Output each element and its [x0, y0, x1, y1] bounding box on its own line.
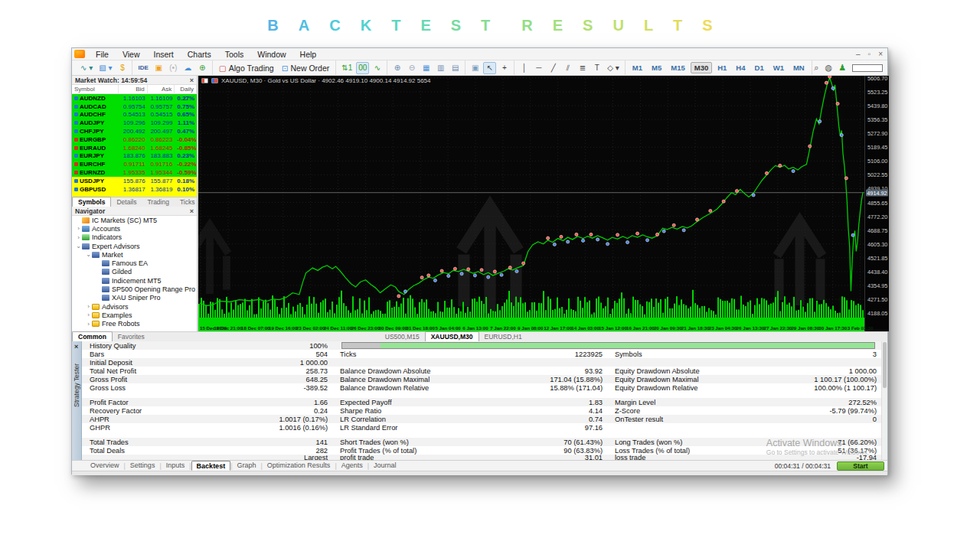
minimize-button[interactable]: – [856, 50, 861, 58]
timeframe-m30[interactable]: M30 [691, 62, 712, 73]
channel-icon[interactable]: ⫽ [561, 62, 574, 74]
menu-item-tools[interactable]: Tools [218, 48, 251, 60]
tile-windows-icon[interactable]: ▦ [420, 62, 433, 74]
market-watch-row[interactable]: USDJPY155.876155.8770.18% [72, 177, 197, 185]
crosshair-icon[interactable]: + [498, 62, 511, 74]
bar-chart-icon[interactable]: 00 [356, 62, 369, 74]
zoom-out-icon[interactable]: ⊖ [405, 62, 418, 74]
menu-item-insert[interactable]: Insert [147, 48, 181, 60]
market-watch-tab-trading[interactable]: Trading [142, 197, 175, 207]
fibonacci-icon[interactable]: ≣ [576, 62, 589, 74]
market-watch-row[interactable]: AUDCHF0.545130.545150.65% [72, 111, 197, 119]
start-button[interactable]: Start [837, 461, 884, 471]
lock-icon[interactable]: ▣ [152, 62, 165, 74]
market-watch-row[interactable]: AUDNZD1.161031.161090.27% [72, 94, 197, 103]
navigator-item[interactable]: Famous EA [72, 259, 197, 267]
new-chart-dropdown[interactable]: ▧ ▾ [96, 62, 114, 74]
menu-item-window[interactable]: Window [250, 48, 292, 60]
tester-scrollbar[interactable] [881, 341, 887, 460]
navigator-item[interactable]: ⌄Expert Advisors [72, 242, 197, 250]
vertical-line-icon[interactable]: │ [518, 62, 531, 74]
quotes-chart-dropdown[interactable]: ∿ ▾ [78, 62, 95, 74]
restore-button[interactable]: ▫ [868, 50, 871, 58]
navigator-item[interactable]: ›Accounts [72, 224, 197, 233]
navigator-item[interactable]: XAU Sniper Pro [72, 294, 197, 302]
market-watch-row[interactable]: AUDJPY109.296109.2991.11% [72, 119, 197, 127]
column-header-ask[interactable]: Ask [148, 85, 175, 94]
market-watch-row[interactable]: EURNZD1.953351.95344-0.59% [72, 168, 197, 177]
market-watch-tab-details[interactable]: Details [111, 197, 142, 207]
column-header-dailyc[interactable]: Daily C... [175, 85, 197, 94]
text-tool-icon[interactable]: T [590, 62, 603, 74]
community-icon[interactable]: ◍ [825, 63, 833, 73]
tick-chart-icon[interactable]: ⇅1 [339, 62, 354, 74]
navigator-item[interactable]: ›Indicators [72, 233, 197, 242]
menu-item-file[interactable]: File [89, 48, 116, 60]
arrange-horizontal-icon[interactable]: ▤ [449, 62, 462, 74]
menu-item-charts[interactable]: Charts [181, 48, 218, 60]
search-icon[interactable]: ⌕ [814, 63, 818, 73]
line-chart-icon[interactable]: ∿ [371, 62, 384, 74]
tester-tab-optimizationresults[interactable]: Optimization Results [263, 461, 335, 471]
column-header-symbol[interactable]: Symbol [72, 85, 119, 94]
chart-tab-us500m15[interactable]: US500,M15 [380, 332, 425, 341]
tester-tab-settings[interactable]: Settings [126, 461, 160, 471]
chart-canvas[interactable]: YOFOREX [198, 76, 864, 331]
strategy-tester-strip[interactable]: × Strategy Tester [72, 341, 82, 460]
market-watch-row[interactable]: EURJPY183.876183.8830.23% [72, 152, 197, 161]
chart-tab-xauusdm30[interactable]: XAUUSD,M30 [425, 331, 479, 341]
navigator-item[interactable]: ›Free Robots [72, 320, 197, 328]
menu-item-help[interactable]: Help [293, 48, 324, 60]
navigator-item[interactable]: ›Advisors [72, 302, 197, 311]
tester-close-icon[interactable]: × [74, 343, 78, 350]
timeframe-d1[interactable]: D1 [751, 62, 768, 73]
timeframe-h4[interactable]: H4 [732, 62, 749, 73]
navigator-close-icon[interactable]: × [190, 207, 194, 215]
navigator-item[interactable]: ⌄Market [72, 250, 197, 259]
cursor-icon[interactable]: ↖ [483, 62, 496, 74]
navigator-tab-favorites[interactable]: Favorites [113, 332, 150, 341]
market-watch-tab-symbols[interactable]: Symbols [72, 197, 111, 207]
close-button[interactable]: × [878, 50, 883, 58]
timeframe-w1[interactable]: W1 [769, 62, 788, 73]
cloud-icon[interactable]: ☁ [181, 62, 194, 74]
tester-tab-overview[interactable]: Overview [86, 461, 124, 471]
navigator-item[interactable]: Indicement MT5 [72, 276, 197, 285]
navigator-item[interactable]: IC Markets (SC) MT5 [72, 216, 197, 224]
market-watch-row[interactable]: AUDCAD0.957540.957570.75% [72, 103, 197, 111]
broadcast-icon[interactable]: (•) [167, 62, 180, 74]
chart-shift-icon[interactable]: ▣ [469, 62, 482, 74]
chart-tab-eurusdh1[interactable]: EURUSD,H1 [479, 332, 528, 341]
timeframe-m1[interactable]: M1 [629, 62, 646, 73]
tester-tab-graph[interactable]: Graph [232, 461, 260, 471]
tester-tab-agents[interactable]: Agents [337, 461, 368, 471]
market-watch-row[interactable]: EURAUD1.682401.68245-0.85% [72, 144, 197, 152]
navigator-item[interactable]: SP500 Opening Range Pro [72, 285, 197, 293]
market-watch-tab-ticks[interactable]: Ticks [175, 197, 201, 207]
tester-tab-backtest[interactable]: Backtest [191, 461, 231, 471]
algo-trading-button[interactable]: ▢Algo Trading [215, 64, 278, 73]
community-globe-icon[interactable]: ⊕ [196, 62, 209, 74]
menu-item-view[interactable]: View [116, 48, 147, 60]
tester-tab-inputs[interactable]: Inputs [162, 461, 190, 471]
market-watch-row[interactable]: EURGBP0.862200.86223-0.04% [72, 135, 197, 144]
horizontal-line-icon[interactable]: ─ [532, 62, 545, 74]
arrange-vertical-icon[interactable]: ▥ [434, 62, 447, 74]
navigator-tab-common[interactable]: Common [72, 331, 113, 341]
trendline-icon[interactable]: ╱ [547, 62, 560, 74]
timeframe-m15[interactable]: M15 [667, 62, 688, 73]
timeframe-h1[interactable]: H1 [714, 62, 730, 73]
price-chart[interactable]: XAUUSD, M30 · Gold vs US Dollar · 4902.4… [198, 76, 889, 331]
navigator-item[interactable]: ›Examples [72, 311, 197, 319]
tester-tab-journal[interactable]: Journal [369, 461, 401, 471]
metaeditor-button[interactable]: IDE [136, 62, 150, 74]
market-watch-row[interactable]: CHFJPY200.492200.4970.47% [72, 127, 197, 135]
timeframe-mn[interactable]: MN [789, 62, 808, 73]
deposit-icon[interactable]: $ [116, 62, 129, 74]
column-header-bid[interactable]: Bid [119, 85, 148, 94]
market-watch-row[interactable]: EURCHF0.917110.91716-0.22% [72, 160, 197, 168]
new-order-button[interactable]: ⊡New Order [278, 64, 334, 73]
zoom-in-icon[interactable]: ⊕ [390, 62, 403, 74]
timeframe-m5[interactable]: M5 [648, 62, 665, 73]
market-watch-row[interactable]: GBPUSD1.368171.368190.10% [72, 185, 197, 194]
